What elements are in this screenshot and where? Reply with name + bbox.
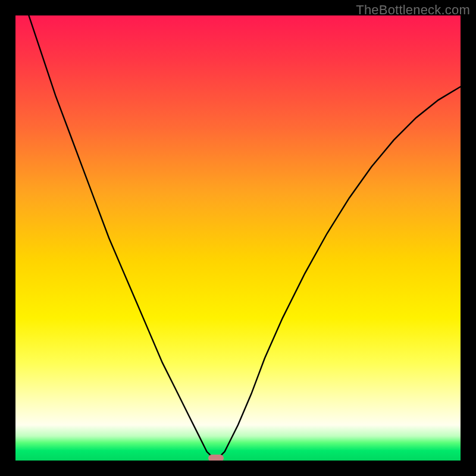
plot-area [15, 15, 461, 461]
curve-layer [15, 15, 461, 461]
bottleneck-curve [15, 15, 461, 461]
watermark-text: TheBottleneck.com [356, 2, 470, 18]
chart-frame: TheBottleneck.com [0, 0, 476, 476]
minimum-marker [208, 455, 224, 461]
